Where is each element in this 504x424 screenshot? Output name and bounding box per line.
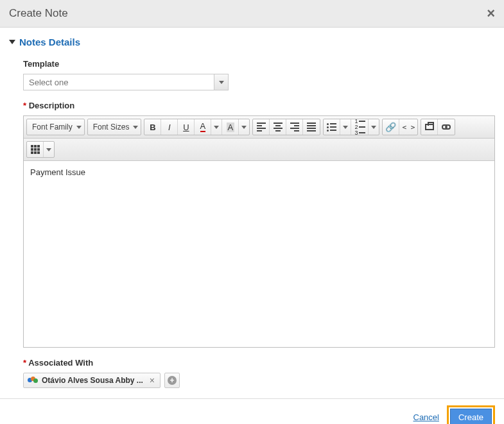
associated-chip-label: Otávio Alves Sousa Abby ... xyxy=(42,376,143,385)
text-color-dropdown[interactable] xyxy=(211,119,222,135)
table-icon xyxy=(31,145,40,154)
caret-down-icon xyxy=(371,126,376,129)
associated-chip[interactable]: Otávio Alves Sousa Abby ... × xyxy=(23,373,161,388)
chip-remove-icon[interactable]: × xyxy=(147,375,157,386)
section-header[interactable]: Notes Details xyxy=(9,37,495,47)
number-list-dropdown[interactable] xyxy=(369,119,379,135)
code-icon: < > xyxy=(402,123,415,131)
add-associated-button[interactable]: + xyxy=(164,373,180,388)
description-field: Description Font Family Font Sizes B I U… xyxy=(23,101,495,348)
insert-group: 🔗 < > xyxy=(382,119,418,135)
bullet-list-icon xyxy=(327,123,336,131)
table-button[interactable] xyxy=(27,142,44,157)
print-icon xyxy=(425,124,434,130)
dialog-footer: Cancel Create xyxy=(0,398,504,424)
align-group xyxy=(252,119,320,135)
table-dropdown[interactable] xyxy=(44,142,54,157)
preview-button[interactable] xyxy=(438,119,455,135)
view-group xyxy=(421,119,455,135)
highlight-button[interactable]: A xyxy=(222,119,239,135)
template-input[interactable] xyxy=(24,74,214,90)
link-button[interactable]: 🔗 xyxy=(383,119,399,135)
template-select[interactable] xyxy=(23,74,229,90)
chevron-down-icon[interactable] xyxy=(9,40,15,44)
associated-field: Associated With Otávio Alves Sousa Abby … xyxy=(23,358,495,388)
font-size-select[interactable]: Font Sizes xyxy=(87,119,142,135)
number-list-button[interactable]: 1 2 3 xyxy=(351,119,369,135)
print-button[interactable] xyxy=(421,119,438,135)
underline-button[interactable]: U xyxy=(178,119,195,135)
bold-button[interactable]: B xyxy=(144,119,161,135)
rte-toolbar: Font Family Font Sizes B I U A A xyxy=(24,116,494,139)
associated-row: Otávio Alves Sousa Abby ... × + xyxy=(23,373,495,388)
align-justify-icon xyxy=(307,123,316,131)
align-center-icon xyxy=(274,123,282,131)
text-style-group: B I U A A xyxy=(144,119,250,135)
bullet-list-button[interactable] xyxy=(324,119,340,135)
dialog-content: Notes Details Template Description Font … xyxy=(0,28,504,398)
table-group xyxy=(26,141,55,158)
caret-down-icon xyxy=(219,81,224,84)
template-label: Template xyxy=(23,59,495,69)
rte-toolbar-row2 xyxy=(24,139,494,161)
text-color-button[interactable]: A xyxy=(195,119,211,135)
list-group: 1 2 3 xyxy=(323,119,379,135)
align-left-icon xyxy=(257,123,266,131)
link-icon: 🔗 xyxy=(385,122,396,132)
eye-icon xyxy=(442,124,451,130)
caret-down-icon xyxy=(133,126,138,129)
section-title: Notes Details xyxy=(19,37,80,47)
align-right-button[interactable] xyxy=(286,119,303,135)
font-size-label: Font Sizes xyxy=(93,123,130,131)
caret-down-icon xyxy=(214,126,219,129)
align-justify-button[interactable] xyxy=(303,119,320,135)
description-editor[interactable]: Payment Issue xyxy=(24,161,494,347)
align-center-button[interactable] xyxy=(270,119,286,135)
dialog-header: Create Note × xyxy=(0,0,504,28)
align-right-icon xyxy=(290,123,299,131)
description-label: Description xyxy=(23,101,495,110)
cancel-button[interactable]: Cancel xyxy=(413,412,439,422)
highlight-dropdown[interactable] xyxy=(239,119,249,135)
font-family-select[interactable]: Font Family xyxy=(26,119,85,135)
template-dropdown-button[interactable] xyxy=(214,74,228,90)
number-list-icon: 1 2 3 xyxy=(354,119,365,135)
people-icon xyxy=(28,377,38,384)
font-family-label: Font Family xyxy=(32,123,73,131)
align-left-button[interactable] xyxy=(253,119,270,135)
bullet-list-dropdown[interactable] xyxy=(340,119,351,135)
caret-down-icon xyxy=(46,148,51,151)
template-field: Template xyxy=(23,59,495,90)
create-button[interactable]: Create xyxy=(450,409,492,424)
caret-down-icon xyxy=(76,126,82,129)
create-button-highlight: Create xyxy=(447,405,495,424)
associated-label: Associated With xyxy=(23,358,495,368)
close-icon[interactable]: × xyxy=(487,6,495,21)
rich-text-editor: Font Family Font Sizes B I U A A xyxy=(23,115,495,348)
caret-down-icon xyxy=(343,126,348,129)
dialog-title: Create Note xyxy=(9,7,68,20)
italic-button[interactable]: I xyxy=(161,119,178,135)
caret-down-icon xyxy=(241,126,247,129)
codeview-button[interactable]: < > xyxy=(399,119,417,135)
plus-icon: + xyxy=(168,376,177,385)
